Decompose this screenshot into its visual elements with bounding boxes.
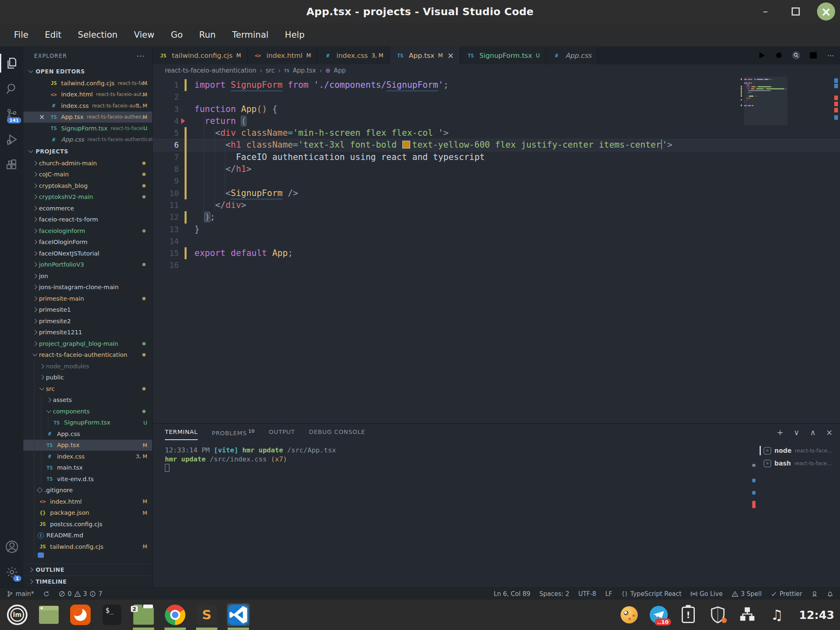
code-line[interactable]: 7 FaceIO authentication using react and … bbox=[153, 151, 840, 163]
taskbar-firefox-icon[interactable] bbox=[69, 603, 92, 626]
taskbar-files-icon[interactable]: 2 bbox=[132, 603, 155, 626]
tree-item[interactable]: #App.css bbox=[23, 428, 152, 440]
tree-item[interactable]: <>index.htmlM bbox=[23, 496, 152, 507]
git-branch-indicator[interactable]: main* bbox=[7, 590, 34, 598]
tree-item[interactable]: johnPortfolioV3 bbox=[23, 259, 152, 271]
activity-explorer-icon[interactable] bbox=[0, 50, 23, 76]
tree-item[interactable]: faceIOloginForm bbox=[23, 237, 152, 248]
activity-settings-icon[interactable]: 1 bbox=[0, 559, 23, 585]
minimize-button[interactable]: – bbox=[756, 2, 774, 21]
code-editor[interactable]: 1import SignupForm from './components/Si… bbox=[153, 77, 840, 423]
open-editor-item[interactable]: #App.cssreact-ts-faceio-authenticatio... bbox=[23, 134, 152, 146]
tab-tailwind-config-cjs[interactable]: JStailwind.config.cjsM bbox=[153, 46, 247, 64]
code-line[interactable]: 6 <h1 className='text-3xl font-bold text… bbox=[153, 139, 840, 151]
encoding-indicator[interactable]: UTF-8 bbox=[578, 590, 596, 598]
tree-item[interactable]: src bbox=[23, 383, 152, 395]
indentation-indicator[interactable]: Spaces: 2 bbox=[539, 590, 569, 598]
code-line[interactable]: 15export default App; bbox=[153, 247, 840, 259]
activity-account-icon[interactable] bbox=[0, 534, 23, 559]
panel-tab-debug-console[interactable]: DEBUG CONSOLE bbox=[309, 425, 365, 441]
tree-item[interactable]: faceio-react-ts-form bbox=[23, 214, 152, 226]
taskbar-mint-menu-icon[interactable]: lm bbox=[6, 603, 29, 626]
open-editors-header[interactable]: OPEN EDITORS bbox=[23, 65, 152, 78]
breadcrumb-item[interactable]: App.tsx bbox=[293, 67, 316, 74]
code-line[interactable]: 3function App() { bbox=[153, 103, 840, 115]
explorer-more-actions-icon[interactable]: ··· bbox=[137, 52, 145, 60]
breadcrumb-item[interactable]: react-ts-faceio-authentication bbox=[165, 67, 256, 74]
tab-signupform-tsx[interactable]: TSSignupForm.tsxU bbox=[460, 46, 546, 64]
tree-item[interactable]: node_modules bbox=[23, 361, 152, 372]
code-line[interactable]: 11 </div> bbox=[153, 199, 840, 211]
menu-run[interactable]: Run bbox=[192, 27, 223, 42]
tree-item[interactable]: JSpostcss.config.cjs bbox=[23, 518, 152, 530]
more-actions-icon[interactable]: ··· bbox=[825, 50, 836, 61]
activity-source-control-icon[interactable]: 141 bbox=[0, 101, 23, 127]
tree-item[interactable]: JStailwind.config.cjsM bbox=[23, 541, 152, 552]
taskbar-show-desktop-icon[interactable] bbox=[37, 603, 60, 626]
tree-item[interactable]: #index.css3, M bbox=[23, 451, 152, 462]
maximize-button[interactable] bbox=[787, 2, 805, 21]
activity-search-icon[interactable] bbox=[0, 76, 23, 101]
code-runner-icon[interactable] bbox=[774, 50, 784, 61]
open-editor-item[interactable]: #index.cssreact-ts-faceio-aut...3, M bbox=[23, 100, 152, 112]
tray-clipboard-alert-icon[interactable]: ! bbox=[679, 606, 697, 624]
tree-item[interactable]: faceiologinform bbox=[23, 225, 152, 237]
tree-item[interactable]: primesite-main bbox=[23, 293, 152, 304]
tree-item[interactable]: public bbox=[23, 372, 152, 383]
close-editor-icon[interactable]: × bbox=[39, 113, 45, 121]
menu-go[interactable]: Go bbox=[163, 27, 190, 42]
tree-item[interactable]: primesite2 bbox=[23, 315, 152, 327]
tree-item[interactable]: assets bbox=[23, 395, 152, 406]
code-line[interactable]: 13} bbox=[153, 224, 840, 235]
breadcrumb-item[interactable]: src bbox=[266, 67, 275, 74]
tree-item[interactable] bbox=[23, 552, 152, 558]
code-line[interactable]: 9 bbox=[153, 175, 840, 187]
terminal-instance-bash[interactable]: >bashreact-ts-face... bbox=[758, 457, 840, 470]
split-editor-icon[interactable] bbox=[808, 50, 819, 61]
tab-index-html[interactable]: <>index.htmlM bbox=[247, 46, 317, 64]
tray-telegram-icon[interactable]: ..10 bbox=[650, 606, 668, 624]
tray-network-icon[interactable] bbox=[738, 606, 756, 624]
tree-item[interactable]: jon bbox=[23, 270, 152, 282]
taskbar-chrome-icon[interactable] bbox=[164, 603, 187, 626]
menu-help[interactable]: Help bbox=[278, 27, 312, 42]
eol-indicator[interactable]: LF bbox=[605, 590, 612, 598]
terminal-dropdown-icon[interactable]: ∨ bbox=[792, 427, 801, 437]
tree-item[interactable]: coJC-main bbox=[23, 169, 152, 180]
spell-checker-indicator[interactable]: 3 Spell bbox=[732, 590, 762, 598]
panel-tab-terminal[interactable]: TERMINAL bbox=[165, 425, 198, 441]
notifications-bell-icon[interactable] bbox=[827, 591, 833, 597]
tree-item[interactable]: iREADME.md bbox=[23, 530, 152, 541]
tree-item[interactable]: components bbox=[23, 406, 152, 417]
code-line[interactable]: 1import SignupForm from './components/Si… bbox=[153, 79, 840, 91]
tree-item[interactable]: project_graphql_blog-main bbox=[23, 338, 152, 349]
sync-changes-button[interactable] bbox=[43, 591, 50, 597]
minimap[interactable] bbox=[744, 78, 788, 109]
tray-blowfish-icon[interactable] bbox=[620, 606, 638, 624]
panel-tab-output[interactable]: OUTPUT bbox=[269, 425, 295, 441]
tree-item[interactable]: .gitignore bbox=[23, 485, 152, 496]
tree-item[interactable]: TSSignupForm.tsxU bbox=[23, 417, 152, 429]
tree-item[interactable]: church-admin-main bbox=[23, 158, 152, 169]
taskbar-sublime-text-icon[interactable]: S bbox=[195, 603, 218, 626]
code-line[interactable]: 2 bbox=[153, 91, 840, 103]
panel-tab-problems[interactable]: PROBLEMS10 bbox=[212, 425, 255, 441]
maximize-panel-icon[interactable]: ∧ bbox=[808, 427, 818, 437]
tree-item[interactable]: ecommerce bbox=[23, 203, 152, 214]
run-icon[interactable] bbox=[756, 50, 767, 61]
tree-item[interactable]: TSvite-env.d.ts bbox=[23, 473, 152, 485]
open-editor-item[interactable]: TSSignupForm.tsxreact-ts-facei...U bbox=[23, 123, 152, 134]
menu-edit[interactable]: Edit bbox=[37, 27, 69, 42]
tree-item[interactable]: primesite1 bbox=[23, 304, 152, 316]
open-editor-item[interactable]: ×TSApp.tsxreact-ts-faceio-authen...M bbox=[23, 112, 152, 123]
tree-item[interactable]: cryptokshV2-main bbox=[23, 192, 152, 203]
menu-file[interactable]: File bbox=[7, 27, 36, 42]
taskbar-terminal-icon[interactable]: $_ bbox=[100, 603, 123, 626]
problems-indicator[interactable]: 0 3 7 bbox=[59, 590, 103, 598]
search-editor-icon[interactable] bbox=[791, 50, 801, 61]
tree-item[interactable]: jons-instagram-clone-main bbox=[23, 282, 152, 293]
tree-item[interactable]: react-ts-faceio-authentication bbox=[23, 349, 152, 361]
breadcrumb[interactable]: react-ts-faceio-authentication›src›TSApp… bbox=[153, 64, 840, 77]
feedback-icon[interactable] bbox=[811, 591, 818, 597]
menu-view[interactable]: View bbox=[127, 27, 162, 42]
